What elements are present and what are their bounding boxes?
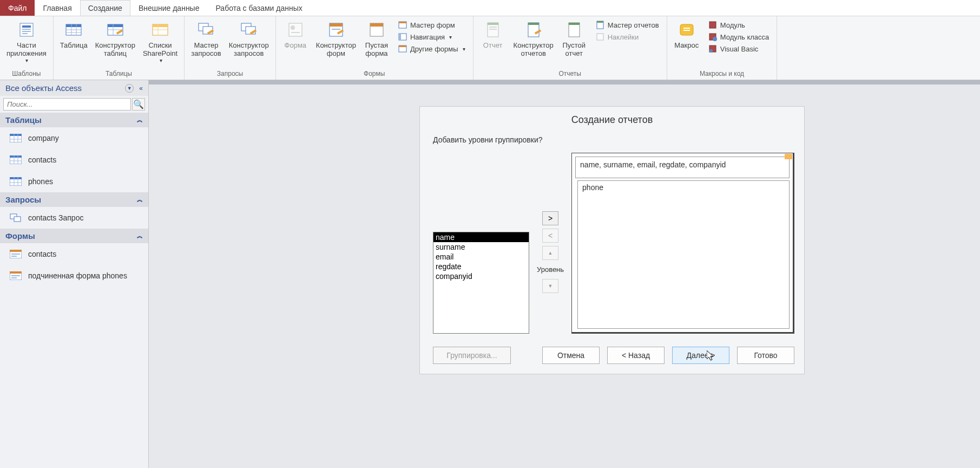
tab-file[interactable]: Файл (0, 0, 35, 16)
nav-section-tables-label: Таблицы (5, 115, 42, 125)
nav-table-contacts[interactable]: contacts (0, 149, 148, 171)
finish-button[interactable]: Готово (737, 347, 794, 364)
nav-pane-header[interactable]: Все объекты Access ▼ « (0, 80, 148, 96)
report-button[interactable]: Отчет (477, 18, 509, 50)
svg-rect-81 (11, 256, 17, 257)
ribbon-tabbar: Файл Главная Создание Внешние данные Раб… (0, 0, 980, 16)
nav-collapse-icon[interactable]: « (139, 84, 143, 92)
field-name[interactable]: name (433, 232, 529, 242)
svg-rect-55 (683, 30, 690, 31)
other-forms-button[interactable]: Другие формы▾ (396, 43, 468, 54)
macro-label: Макрос (674, 41, 699, 49)
table-icon (10, 134, 22, 142)
class-module-button[interactable]: Модуль класса (706, 31, 772, 42)
form-wizard-button[interactable]: Мастер форм (396, 20, 468, 30)
chevron-down-icon: ▾ (25, 57, 28, 63)
macro-icon (678, 21, 696, 39)
priority-down-button[interactable]: ▼ (542, 279, 558, 293)
available-fields-listbox[interactable]: name surname email regdate companyid (433, 232, 529, 334)
nav-section-queries[interactable]: Запросы︽ (0, 192, 148, 207)
tab-create[interactable]: Создание (80, 0, 130, 16)
field-email[interactable]: email (433, 252, 529, 262)
macro-button[interactable]: Макрос (670, 18, 703, 50)
group-title-queries: Запросы (188, 69, 272, 79)
field-surname[interactable]: surname (433, 242, 529, 252)
report-wizard-icon (596, 21, 604, 29)
blank-report-icon (565, 21, 583, 39)
form-button[interactable]: Форма (279, 18, 312, 50)
nav-form-phones-subform[interactable]: подчиненная форма phones (0, 265, 148, 287)
svg-rect-77 (14, 217, 21, 222)
blank-report-button[interactable]: Пустой отчет (558, 18, 590, 58)
back-label: < Назад (622, 351, 650, 360)
labels-button[interactable]: Наклейки (594, 31, 661, 42)
svg-rect-26 (289, 23, 302, 36)
nav-pane-title: Все объекты Access (5, 83, 82, 93)
report-wizard-button[interactable]: Мастер отчетов (594, 20, 661, 30)
report-design-button[interactable]: Конструктор отчетов (510, 18, 557, 58)
field-companyid[interactable]: companyid (433, 271, 529, 281)
report-design-icon (524, 21, 543, 39)
svg-rect-79 (10, 250, 22, 252)
svg-rect-3 (22, 31, 31, 32)
tab-dbtools[interactable]: Работа с базами данных (207, 0, 310, 16)
tab-external-data[interactable]: Внешние данные (130, 0, 208, 16)
form-design-icon (327, 21, 345, 39)
blank-report-label: Пустой отчет (562, 41, 586, 57)
cancel-button[interactable]: Отмена (542, 347, 600, 364)
nav-search-button[interactable]: 🔍 (132, 98, 145, 110)
nav-search-input[interactable] (3, 98, 131, 110)
sharepoint-lists-button[interactable]: Списки SharePoint▾ (140, 18, 181, 64)
group-title-tables: Таблицы (57, 69, 181, 79)
query-design-button[interactable]: Конструктор запросов (226, 18, 272, 58)
module-button[interactable]: Модуль (706, 20, 772, 30)
app-parts-button[interactable]: Части приложения▾ (3, 18, 50, 64)
nav-dropdown-icon[interactable]: ▼ (125, 84, 134, 93)
grouping-options-button[interactable]: Группировка... (433, 347, 511, 364)
add-grouping-button[interactable]: > (542, 211, 558, 225)
visual-basic-button[interactable]: Visual Basic (706, 43, 772, 54)
finish-label: Готово (754, 351, 777, 360)
nav-item-label: подчиненная форма phones (28, 271, 127, 280)
nav-query-contacts[interactable]: contacts Запрос (0, 207, 148, 229)
svg-rect-80 (11, 253, 20, 255)
tab-home[interactable]: Главная (35, 0, 80, 16)
tab-external-label: Внешние данные (139, 4, 200, 12)
table-icon (10, 155, 22, 164)
labels-label: Наклейки (608, 33, 639, 41)
nav-item-label: company (28, 134, 59, 142)
app-parts-icon (17, 21, 36, 39)
back-button[interactable]: < Назад (607, 347, 665, 364)
form-design-button[interactable]: Конструктор форм (313, 18, 359, 58)
ribbon-group-tables: Таблица Конструктор таблиц Списки ShareP… (54, 16, 185, 80)
app-parts-label: Части приложения (6, 41, 47, 57)
nav-table-phones[interactable]: phones (0, 171, 148, 192)
labels-icon (596, 32, 604, 41)
table-button[interactable]: Таблица (57, 18, 91, 50)
table-design-label: Конструктор таблиц (95, 41, 135, 57)
module-icon (708, 21, 717, 29)
navigation-button[interactable]: Навигация▾ (396, 31, 468, 42)
remove-grouping-button[interactable]: < (542, 229, 558, 243)
query-wizard-button[interactable]: Мастер запросов (188, 18, 224, 58)
svg-rect-67 (10, 155, 22, 158)
query-wizard-icon (197, 21, 215, 39)
svg-rect-51 (597, 21, 603, 23)
next-button[interactable]: Далее > (672, 347, 729, 364)
table-design-button[interactable]: Конструктор таблиц (92, 18, 139, 58)
svg-rect-1 (22, 25, 31, 28)
blank-form-button[interactable]: Пустая форма (360, 18, 393, 58)
nav-table-company[interactable]: company (0, 127, 148, 149)
other-forms-label: Другие формы (410, 45, 458, 53)
nav-section-tables[interactable]: Таблицы︽ (0, 113, 148, 127)
level-label: Уровень (537, 265, 564, 274)
nav-form-contacts[interactable]: contacts (0, 243, 148, 265)
form-icon (286, 21, 305, 39)
vb-label: Visual Basic (720, 45, 759, 53)
field-regdate[interactable]: regdate (433, 262, 529, 271)
blank-form-label: Пустая форма (365, 41, 388, 57)
nav-section-forms[interactable]: Формы︽ (0, 229, 148, 243)
nav-section-queries-label: Запросы (5, 195, 41, 204)
arrow-down-icon: ▼ (548, 283, 553, 289)
priority-up-button[interactable]: ▲ (542, 246, 558, 260)
